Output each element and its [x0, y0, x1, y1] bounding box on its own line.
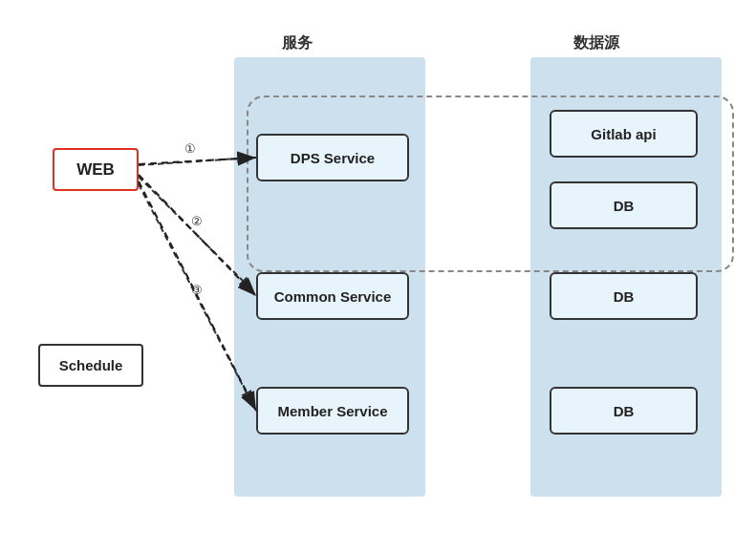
- gitlab-api-box: Gitlab api: [550, 110, 698, 158]
- services-panel-label: 服务: [282, 33, 313, 53]
- arrow2-label: ②: [191, 214, 203, 228]
- db2-box: DB: [550, 272, 698, 320]
- web-box: WEB: [53, 148, 139, 191]
- db3-box: DB: [550, 387, 698, 435]
- arrow1-label: ①: [184, 141, 196, 156]
- datasources-panel-label: 数据源: [573, 33, 619, 53]
- diagram-area: 服务 数据源 WEB Schedule DPS Service Common S…: [0, 0, 756, 552]
- member-service-box: Member Service: [256, 387, 409, 435]
- common-service-box: Common Service: [256, 272, 409, 320]
- schedule-box: Schedule: [38, 344, 143, 387]
- dps-service-box: DPS Service: [256, 134, 409, 181]
- arrow3-label: ③: [191, 283, 203, 297]
- db1-box: DB: [550, 181, 698, 229]
